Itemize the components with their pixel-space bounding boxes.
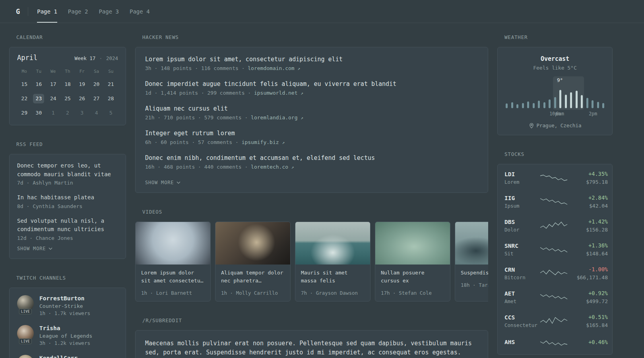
video-card[interactable]: Nullam posuere cursus ex 17h · Stefan Co… <box>375 222 450 302</box>
calendar-date[interactable]: 18 <box>60 80 75 89</box>
video-body: Aliquam tempor dolor nec pharetra… 1h · … <box>215 265 290 301</box>
stock-row[interactable]: IIG Ipsum +2.84% $42.04 <box>504 190 605 214</box>
weather-times: 6am2pm10pm <box>505 111 605 117</box>
stock-row[interactable]: SNRC Sit +1.36% $148.64 <box>504 237 605 261</box>
stock-row[interactable]: DBS Dolor +1.42% $156.28 <box>504 214 605 237</box>
calendar-date[interactable]: 16 <box>31 80 46 89</box>
video-card[interactable]: Mauris sit amet massa felis 7h · Grayson… <box>295 222 370 302</box>
hn-item-domain-link[interactable]: ipsumify.biz ↗ <box>242 139 285 145</box>
stocks-list: LDI Lorem +4.35% $795.18 <box>504 166 605 353</box>
calendar-date[interactable]: 22 <box>17 94 31 103</box>
top-nav: G Page 1 Page 2 Page 3 Page 4 <box>0 0 644 23</box>
hn-show-more-button[interactable]: SHOW MORE <box>145 180 180 185</box>
stock-row[interactable]: CCS Consectetur +0.51% $165.84 <box>504 309 605 333</box>
external-link-icon: ↗ <box>282 140 285 145</box>
stock-id: CCS Consectetur <box>504 314 539 328</box>
calendar-date[interactable]: 2 <box>60 108 75 118</box>
channel-name[interactable]: Trisha <box>39 325 92 331</box>
page-tab[interactable]: Page 1 <box>37 0 57 23</box>
weather-bar <box>581 95 583 108</box>
page-tab[interactable]: Page 4 <box>130 0 150 23</box>
hacker-news-widget: Lorem ipsum dolor sit amet, consectetur … <box>135 47 488 193</box>
video-card[interactable]: Aliquam tempor dolor nec pharetra… 1h · … <box>215 222 291 302</box>
calendar-date[interactable]: 1 <box>46 108 60 118</box>
calendar-date[interactable]: 5 <box>104 108 118 118</box>
stock-symbol: SNRC <box>504 243 539 249</box>
video-thumbnail[interactable] <box>295 222 370 265</box>
twitch-channel[interactable]: LIVE ForrestBurton Counter-Strike 1h · 1… <box>17 295 118 316</box>
calendar-section: CALENDAR April Week 17 · 2024 MoTuWeThFr… <box>9 34 126 125</box>
calendar-date[interactable]: 28 <box>104 94 118 103</box>
app-logo[interactable]: G <box>16 8 20 16</box>
calendar-date[interactable]: 21 <box>104 80 118 89</box>
rss-item: Sed volutpat nulla nisl, a condimentum n… <box>17 217 118 241</box>
rss-item-title[interactable]: Donec tempor eros leo, ut commodo mauris… <box>17 161 118 179</box>
separator-dot: · <box>99 55 103 61</box>
calendar-week-label: Week 17 <box>75 55 96 61</box>
rss-item-title[interactable]: Sed volutpat nulla nisl, a condimentum n… <box>17 217 118 234</box>
rss-widget: Donec tempor eros leo, ut commodo mauris… <box>9 154 126 259</box>
calendar-date[interactable]: 4 <box>89 108 103 118</box>
calendar-date[interactable]: 26 <box>75 94 89 103</box>
calendar-date[interactable]: 23 <box>33 94 44 103</box>
hn-item-title[interactable]: Donec enim nibh, condimentum et accumsan… <box>145 154 478 161</box>
video-card[interactable]: Lorem ipsum dolor sit amet consectetu… 1… <box>135 222 211 302</box>
calendar-month: April <box>17 54 37 62</box>
stock-row[interactable]: AET Amet +0.92% $499.72 <box>504 285 605 309</box>
calendar-day-header: Tu <box>31 69 46 74</box>
stock-row[interactable]: AHS +0.46% <box>504 333 605 353</box>
video-body: Mauris sit amet massa felis 7h · Grayson… <box>295 265 370 301</box>
hn-item-domain-link[interactable]: loremtech.co ↗ <box>251 164 294 170</box>
calendar-date[interactable]: 15 <box>17 80 31 89</box>
stock-values: +0.92% $499.72 <box>568 290 608 304</box>
calendar-date[interactable]: 30 <box>31 108 46 118</box>
subreddit-post-title[interactable]: Maecenas mollis pulvinar erat non posuer… <box>145 339 478 357</box>
hn-item-domain: ipsumworld.net <box>254 90 298 96</box>
stock-values: -1.00% $66,171.48 <box>568 266 608 280</box>
right-column: WEATHER Overcast Feels like 5°C 9° 6am2p… <box>497 34 613 358</box>
twitch-channel[interactable]: KendallCarr <box>17 355 118 358</box>
page-tab[interactable]: Page 2 <box>68 0 88 23</box>
calendar-date[interactable]: 19 <box>75 80 89 89</box>
channel-name[interactable]: ForrestBurton <box>39 295 90 302</box>
calendar-date[interactable]: 24 <box>46 94 60 103</box>
twitch-channel[interactable]: LIVE Trisha League of Legends 3h · 1.2k … <box>17 325 118 346</box>
video-title[interactable]: Nullam posuere cursus ex <box>381 269 444 285</box>
calendar-date[interactable]: 25 <box>60 94 75 103</box>
calendar-day-header: Mo <box>17 69 31 74</box>
video-thumbnail[interactable] <box>455 222 488 265</box>
rss-section: RSS FEED Donec tempor eros leo, ut commo… <box>9 141 126 259</box>
stock-row[interactable]: CRN Bitcorn -1.00% $66,171.48 <box>504 261 605 285</box>
hn-item-title[interactable]: Lorem ipsum dolor sit amet, consectetur … <box>145 56 478 63</box>
video-title[interactable]: Lorem ipsum dolor sit amet consectetu… <box>141 269 205 285</box>
page-tab[interactable]: Page 3 <box>99 0 119 23</box>
calendar-date[interactable]: 20 <box>89 80 103 89</box>
calendar-date[interactable]: 29 <box>17 108 31 118</box>
hn-item-domain-link[interactable]: loremdomain.com ↗ <box>248 65 300 71</box>
calendar-day-header: Th <box>60 69 75 74</box>
hn-item-title[interactable]: Aliquam nec cursus elit <box>145 105 478 112</box>
video-title[interactable]: Mauris sit amet massa felis <box>301 269 365 285</box>
video-title[interactable]: Aliquam tempor dolor nec pharetra… <box>221 269 285 285</box>
calendar-date[interactable]: 17 <box>46 80 60 89</box>
twitch-widget: LIVE ForrestBurton Counter-Strike 1h · 1… <box>9 288 126 358</box>
rss-show-more-button[interactable]: SHOW MORE <box>17 246 52 251</box>
weather-bar <box>565 95 567 108</box>
channel-game: League of Legends <box>39 333 92 339</box>
video-thumbnail[interactable] <box>375 222 450 265</box>
video-title[interactable]: Suspendisse diam <box>461 269 488 277</box>
stock-sparkline <box>539 173 568 183</box>
calendar-date[interactable]: 27 <box>89 94 103 103</box>
hn-item-domain-link[interactable]: ipsumworld.net ↗ <box>254 90 303 96</box>
video-card[interactable]: Suspendisse diam 18h · Tara <box>455 222 488 302</box>
hn-item-domain-link[interactable]: loremlandia.org ↗ <box>251 115 303 121</box>
video-thumbnail[interactable] <box>215 222 290 265</box>
weather-section: WEATHER Overcast Feels like 5°C 9° 6am2p… <box>497 34 613 135</box>
calendar-date[interactable]: 3 <box>75 108 89 118</box>
hn-item-title[interactable]: Donec imperdiet augue tincidunt felis al… <box>145 80 478 88</box>
rss-item-title[interactable]: In hac habitasse platea <box>17 193 118 202</box>
channel-name[interactable]: KendallCarr <box>39 355 78 358</box>
hn-item-title[interactable]: Integer eget rutrum lorem <box>145 130 478 137</box>
stock-row[interactable]: LDI Lorem +4.35% $795.18 <box>504 166 605 190</box>
video-thumbnail[interactable] <box>136 222 210 265</box>
